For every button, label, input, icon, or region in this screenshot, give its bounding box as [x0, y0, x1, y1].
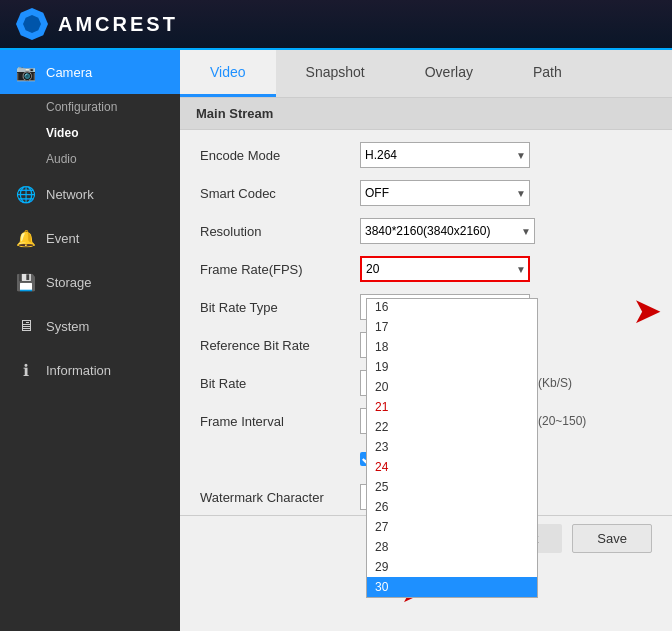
sidebar-sub-configuration[interactable]: Configuration: [0, 94, 180, 120]
dropdown-item-17[interactable]: 17: [367, 317, 537, 337]
network-icon: 🌐: [16, 184, 36, 204]
dropdown-item-21[interactable]: 21: [367, 397, 537, 417]
encode-mode-label: Encode Mode: [200, 148, 360, 163]
tab-path[interactable]: Path: [503, 50, 592, 97]
encode-mode-select[interactable]: H.264: [360, 142, 530, 168]
resolution-select-wrapper: 3840*2160(3840x2160) ▼: [360, 218, 535, 244]
event-icon: 🔔: [16, 228, 36, 248]
dropdown-item-25[interactable]: 25: [367, 477, 537, 497]
save-button[interactable]: Save: [572, 524, 652, 553]
sidebar-item-storage[interactable]: 💾 Storage: [0, 260, 180, 304]
sidebar-item-event[interactable]: 🔔 Event: [0, 216, 180, 260]
tab-overlay[interactable]: Overlay: [395, 50, 503, 97]
resolution-label: Resolution: [200, 224, 360, 239]
smart-codec-select[interactable]: OFF: [360, 180, 530, 206]
dropdown-item-22[interactable]: 22: [367, 417, 537, 437]
dropdown-item-23[interactable]: 23: [367, 437, 537, 457]
sidebar-item-system[interactable]: 🖥 System: [0, 304, 180, 348]
sidebar-storage-label: Storage: [46, 275, 92, 290]
resolution-row: Resolution 3840*2160(3840x2160) ▼: [200, 216, 652, 246]
logo-icon: [16, 8, 48, 40]
frame-rate-label: Frame Rate(FPS): [200, 262, 360, 277]
info-icon: ℹ: [16, 360, 36, 380]
sidebar-event-label: Event: [46, 231, 79, 246]
logo-text: AMCREST: [58, 13, 178, 36]
sidebar-sub-audio[interactable]: Audio: [0, 146, 180, 172]
smart-codec-select-wrapper: OFF ▼: [360, 180, 530, 206]
dropdown-item-19[interactable]: 19: [367, 357, 537, 377]
sidebar-camera-label: Camera: [46, 65, 92, 80]
dropdown-item-29[interactable]: 29: [367, 557, 537, 577]
dropdown-item-28[interactable]: 28: [367, 537, 537, 557]
content-area: Video Snapshot Overlay Path Main Stream …: [180, 50, 672, 631]
content-body: Encode Mode H.264 ▼ Smart Codec OFF: [180, 130, 672, 631]
sidebar: 📷 Camera Configuration Video Audio 🌐 Net…: [0, 50, 180, 631]
frame-rate-select[interactable]: 20: [360, 256, 530, 282]
reference-bit-rate-label: Reference Bit Rate: [200, 338, 360, 353]
watermark-char-label: Watermark Character: [200, 490, 360, 505]
tab-snapshot[interactable]: Snapshot: [276, 50, 395, 97]
bit-rate-unit: (Kb/S): [538, 376, 572, 390]
smart-codec-label: Smart Codec: [200, 186, 360, 201]
bit-rate-type-label: Bit Rate Type: [200, 300, 360, 315]
dropdown-item-18[interactable]: 18: [367, 337, 537, 357]
dropdown-item-30[interactable]: 30: [367, 577, 537, 597]
frame-interval-label: Frame Interval: [200, 414, 360, 429]
tab-bar: Video Snapshot Overlay Path: [180, 50, 672, 98]
sidebar-item-network[interactable]: 🌐 Network: [0, 172, 180, 216]
sidebar-item-information[interactable]: ℹ Information: [0, 348, 180, 392]
sidebar-network-label: Network: [46, 187, 94, 202]
sidebar-information-label: Information: [46, 363, 111, 378]
section-header: Main Stream: [180, 98, 672, 130]
resolution-select[interactable]: 3840*2160(3840x2160): [360, 218, 535, 244]
smart-codec-row: Smart Codec OFF ▼: [200, 178, 652, 208]
encode-mode-select-wrapper: H.264 ▼: [360, 142, 530, 168]
storage-icon: 💾: [16, 272, 36, 292]
red-arrow-fps: ➤: [632, 290, 662, 332]
fps-dropdown[interactable]: 1112131415161718192021222324252627282930: [366, 298, 538, 598]
dropdown-item-27[interactable]: 27: [367, 517, 537, 537]
system-icon: 🖥: [16, 316, 36, 336]
bit-rate-label: Bit Rate: [200, 376, 360, 391]
sidebar-system-label: System: [46, 319, 89, 334]
frame-rate-row: Frame Rate(FPS) 20 ▼: [200, 254, 652, 284]
dropdown-item-26[interactable]: 26: [367, 497, 537, 517]
main-layout: 📷 Camera Configuration Video Audio 🌐 Net…: [0, 50, 672, 631]
app-header: AMCREST: [0, 0, 672, 50]
camera-icon: 📷: [16, 62, 36, 82]
tab-video[interactable]: Video: [180, 50, 276, 97]
dropdown-item-24[interactable]: 24: [367, 457, 537, 477]
frame-interval-unit: (20~150): [538, 414, 586, 428]
sidebar-sub-video[interactable]: Video: [0, 120, 180, 146]
frame-rate-select-wrapper: 20 ▼: [360, 256, 530, 282]
encode-mode-row: Encode Mode H.264 ▼: [200, 140, 652, 170]
dropdown-item-16[interactable]: 16: [367, 298, 537, 317]
dropdown-item-20[interactable]: 20: [367, 377, 537, 397]
sidebar-item-camera[interactable]: 📷 Camera: [0, 50, 180, 94]
